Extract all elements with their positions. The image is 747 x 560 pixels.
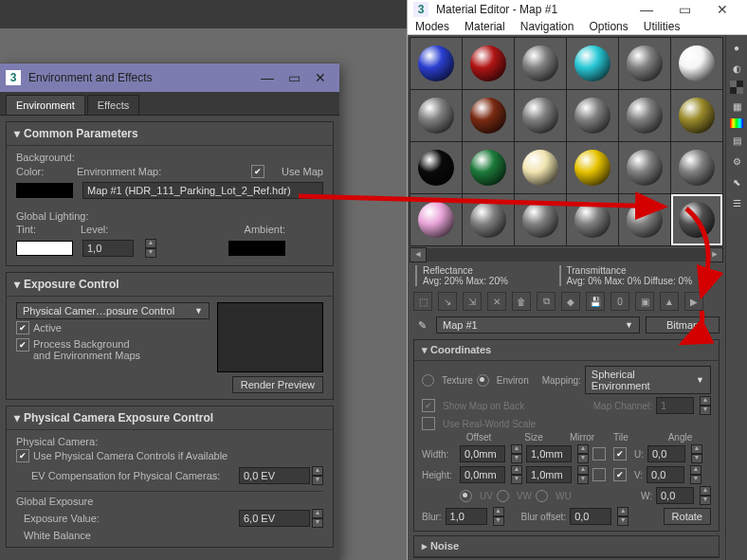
spinner[interactable]: ▲▼ <box>617 507 629 526</box>
rotate-button[interactable]: Rotate <box>664 508 711 525</box>
height-tile[interactable] <box>613 468 627 481</box>
get-material-icon[interactable]: ⬚ <box>413 292 432 311</box>
active-checkbox[interactable] <box>16 321 29 334</box>
sample-slot[interactable] <box>671 194 722 245</box>
sample-slot[interactable] <box>567 142 618 193</box>
material-map-navigator-icon[interactable]: ☰ <box>728 194 745 211</box>
menu-modes[interactable]: Modes <box>415 20 449 33</box>
put-to-scene-icon[interactable]: ↘ <box>438 292 457 311</box>
spinner[interactable]: ▲▼ <box>493 507 504 526</box>
spinner[interactable]: ▲▼ <box>690 465 701 484</box>
exposure-method-select[interactable]: Physical Camer…posure Control▼ <box>16 302 210 319</box>
ambient-swatch[interactable] <box>228 241 285 256</box>
sample-slot[interactable] <box>463 90 514 141</box>
env-titlebar[interactable]: 3 Environment and Effects — ▭ ✕ <box>0 63 339 92</box>
use-map-checkbox[interactable] <box>251 165 264 178</box>
ev-comp-spinner[interactable]: ▲▼ <box>312 466 323 485</box>
menu-navigation[interactable]: Navigation <box>520 20 574 33</box>
w-angle[interactable]: 0,0 <box>656 487 694 504</box>
maximize-icon[interactable]: ▭ <box>281 67 307 88</box>
spinner[interactable]: ▲▼ <box>691 444 702 463</box>
spinner[interactable]: ▲▼ <box>577 465 589 484</box>
scroll-right-icon[interactable]: ► <box>706 247 723 262</box>
exposure-value-field[interactable]: 6,0 EV <box>239 510 310 527</box>
level-field[interactable]: 1,0 <box>82 240 134 257</box>
sample-slot[interactable] <box>619 90 670 141</box>
close-icon[interactable]: ✕ <box>307 67 334 88</box>
sample-slot[interactable] <box>567 194 618 245</box>
sample-slot[interactable] <box>463 38 514 89</box>
menu-material[interactable]: Material <box>465 20 505 33</box>
ev-comp-field[interactable]: 0,0 EV <box>239 467 310 484</box>
height-mirror[interactable] <box>592 468 606 481</box>
sample-slot[interactable] <box>567 38 618 89</box>
sample-slot[interactable] <box>515 142 566 193</box>
sample-slot[interactable] <box>567 90 618 141</box>
u-angle[interactable]: 0,0 <box>647 445 685 462</box>
assign-icon[interactable]: ⇲ <box>463 292 482 311</box>
collapse-icon[interactable]: ▾ <box>422 344 428 355</box>
show-in-viewport-icon[interactable]: 0 <box>610 292 629 311</box>
sample-slot[interactable] <box>410 38 462 89</box>
spinner[interactable]: ▲▼ <box>577 444 589 463</box>
width-tile[interactable] <box>613 447 627 461</box>
spinner[interactable]: ▲▼ <box>511 444 522 463</box>
backlight-icon[interactable]: ◐ <box>728 60 745 77</box>
sample-slot[interactable] <box>619 194 670 245</box>
copy-icon[interactable]: ⧉ <box>537 292 556 311</box>
level-spinner[interactable]: ▲▼ <box>145 239 156 258</box>
env-map-field[interactable]: Map #1 (HDR_111_Parking_Lot_2_Ref.hdr) <box>82 182 323 199</box>
width-mirror[interactable] <box>592 447 606 461</box>
video-color-check-icon[interactable] <box>730 118 743 128</box>
scroll-left-icon[interactable]: ◄ <box>410 247 427 262</box>
width-offset[interactable]: 0,0mm <box>460 445 505 462</box>
map-name-field[interactable]: Map #1▼ <box>436 316 640 334</box>
sample-slot[interactable] <box>515 194 566 245</box>
mapping-select[interactable]: Spherical Environment▼ <box>585 366 711 394</box>
tint-swatch[interactable] <box>16 241 73 256</box>
minimize-icon[interactable]: — <box>254 67 281 88</box>
width-size[interactable]: 1,0mm <box>526 445 572 462</box>
spinner[interactable]: ▲▼ <box>511 465 522 484</box>
collapse-icon[interactable]: ▾ <box>14 278 24 291</box>
height-size[interactable]: 1,0mm <box>526 466 572 483</box>
environ-radio[interactable] <box>477 374 489 387</box>
options-icon[interactable]: ⚙ <box>728 153 745 170</box>
sample-type-icon[interactable]: ● <box>728 39 745 56</box>
sphere-hscroll[interactable]: ◄ ► <box>410 248 723 262</box>
sample-slot[interactable] <box>619 38 670 89</box>
sample-slot[interactable] <box>410 142 462 193</box>
collapse-icon[interactable]: ▾ <box>14 127 24 140</box>
v-angle[interactable]: 0,0 <box>647 466 684 483</box>
use-phys-checkbox[interactable] <box>16 449 29 462</box>
sample-uv-icon[interactable]: ▦ <box>728 98 745 115</box>
height-offset[interactable]: 0,0mm <box>460 466 505 483</box>
reset-icon[interactable]: ✕ <box>487 292 506 311</box>
tab-effects[interactable]: Effects <box>87 95 139 115</box>
collapse-icon[interactable]: ▸ <box>422 540 428 551</box>
menu-options[interactable]: Options <box>589 20 628 33</box>
go-to-parent-icon[interactable]: ▲ <box>660 292 679 311</box>
minimize-icon[interactable]: — <box>628 2 665 17</box>
render-preview-button[interactable]: Render Preview <box>232 376 323 393</box>
exposure-value-spinner[interactable]: ▲▼ <box>312 509 323 528</box>
sample-slot[interactable] <box>671 142 722 193</box>
sample-slot[interactable] <box>671 90 722 141</box>
sample-slot[interactable] <box>410 194 462 245</box>
bg-color-swatch[interactable] <box>16 183 73 198</box>
texture-radio[interactable] <box>422 374 434 387</box>
spinner[interactable]: ▲▼ <box>700 486 711 505</box>
mat-titlebar[interactable]: 3 Material Editor - Map #1 — ▭ ✕ <box>408 0 747 20</box>
eyedropper-icon[interactable]: ✎ <box>413 319 430 332</box>
sample-slot[interactable] <box>463 194 514 245</box>
map-type-button[interactable]: Bitmap <box>646 316 720 334</box>
menu-utilities[interactable]: Utilities <box>644 20 681 33</box>
background-icon[interactable] <box>730 81 743 94</box>
make-preview-icon[interactable]: ▤ <box>728 132 745 149</box>
sample-slot[interactable] <box>515 38 566 89</box>
close-icon[interactable]: ✕ <box>703 2 741 17</box>
go-forward-icon[interactable]: ▶ <box>684 292 703 311</box>
sample-slot[interactable] <box>671 38 722 89</box>
sample-slot[interactable] <box>410 90 462 141</box>
sample-slot[interactable] <box>515 90 566 141</box>
